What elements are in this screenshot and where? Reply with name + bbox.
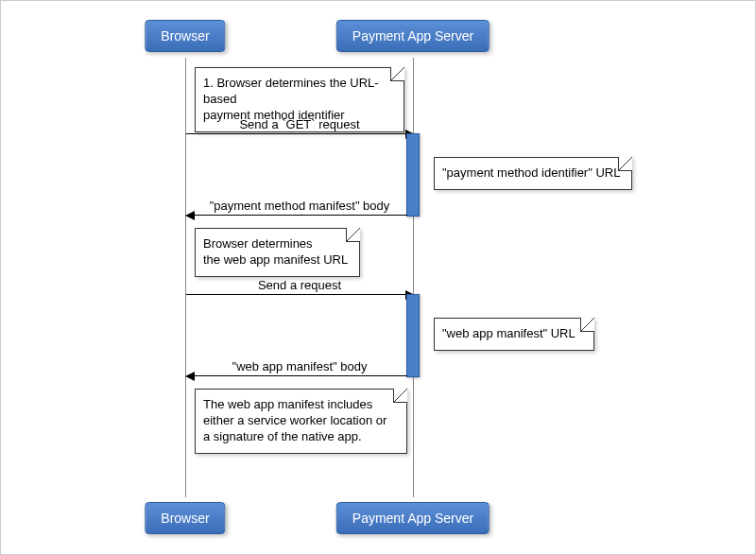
arrow-head-left-icon — [185, 211, 195, 220]
note-wam-url: "web app manifest" URL — [434, 318, 594, 351]
arrow-line — [186, 294, 405, 295]
participant-server-bottom: Payment App Server — [336, 502, 490, 534]
note-webapp-manifest-url-determine: Browser determinesthe web app manifest U… — [195, 228, 360, 277]
note-fold-icon — [580, 318, 594, 332]
note-text: 1. Browser determines the URL-basedpayme… — [203, 76, 379, 122]
arrow-line — [186, 133, 405, 134]
note-fold-icon — [393, 389, 407, 403]
note-text: The web app manifest includeseither a se… — [203, 397, 387, 443]
message-send-request: Send a request — [186, 278, 413, 292]
note-pmi-url: "payment method identifier" URL — [434, 157, 632, 190]
note-text: Browser determinesthe web app manifest U… — [203, 236, 348, 267]
message-pmm-body: "payment method manifest" body — [186, 199, 413, 213]
note-text: "payment method identifier" URL — [442, 165, 620, 180]
lifeline-server — [413, 58, 414, 497]
participant-browser-top: Browser — [145, 20, 225, 52]
note-wam-contents: The web app manifest includeseither a se… — [195, 389, 407, 454]
note-text: "web app manifest" URL — [442, 326, 576, 340]
participant-server-top: Payment App Server — [336, 20, 490, 52]
message-get-request: Send a `GET` request — [186, 117, 413, 131]
note-fold-icon — [618, 157, 632, 171]
arrow-line — [194, 375, 407, 376]
sequence-diagram: Browser Payment App Server 1. Browser de… — [0, 0, 756, 555]
participant-browser-bottom: Browser — [145, 502, 225, 534]
note-fold-icon — [390, 67, 404, 81]
message-wam-body: "web app manifest" body — [186, 359, 413, 373]
arrow-line — [194, 215, 407, 216]
note-fold-icon — [346, 228, 360, 242]
arrow-head-left-icon — [185, 372, 195, 381]
